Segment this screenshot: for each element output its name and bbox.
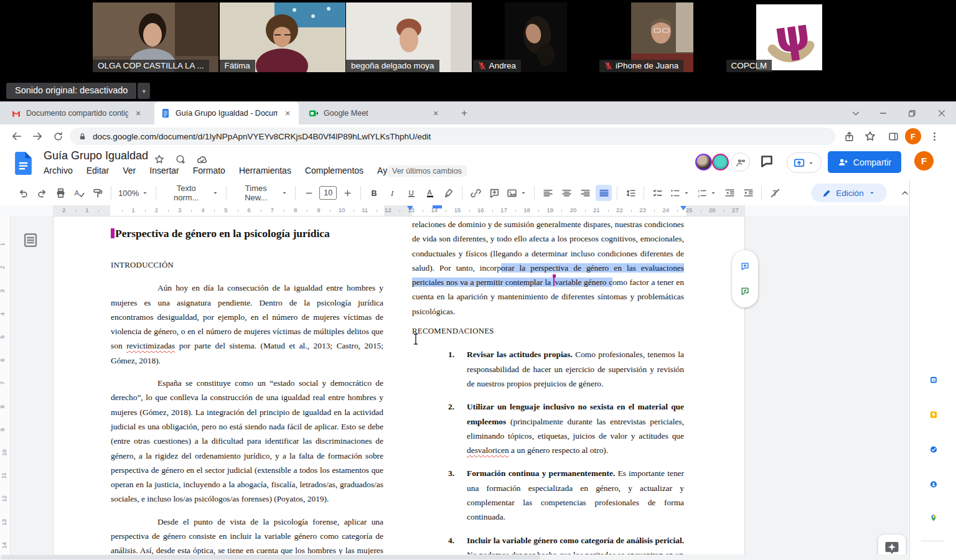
- pencil-icon: [822, 189, 832, 198]
- window-restore-icon[interactable]: [904, 105, 920, 121]
- present-button[interactable]: [787, 152, 822, 173]
- bookmark-star-icon[interactable]: [863, 129, 878, 144]
- italic-button[interactable]: I: [385, 185, 401, 201]
- docs-toolbar: A 100% Texto norm... Times New... 10 B I…: [0, 180, 956, 205]
- numbered-list-button[interactable]: 12: [695, 185, 719, 201]
- align-left-button[interactable]: [540, 185, 556, 201]
- original-sound-dropdown[interactable]: ▾: [138, 83, 150, 99]
- font-select[interactable]: Times New...: [232, 185, 290, 201]
- menu-ver[interactable]: Ver: [123, 166, 136, 175]
- menu-editar[interactable]: Editar: [87, 166, 110, 175]
- side-panel-icon[interactable]: [886, 129, 901, 144]
- undo-button[interactable]: [15, 185, 31, 201]
- access-status-icon[interactable]: [174, 153, 187, 166]
- document-page[interactable]: Perspectiva de género en la psicología j…: [53, 216, 745, 560]
- clear-formatting-button[interactable]: T: [767, 185, 783, 201]
- add-comment-button[interactable]: [486, 185, 502, 201]
- close-tab-icon[interactable]: ×: [431, 108, 441, 118]
- browser-tab[interactable]: Google Meet×: [302, 101, 447, 124]
- zoom-select[interactable]: 100%: [116, 185, 151, 201]
- checklist-button[interactable]: [649, 185, 665, 201]
- underline-button[interactable]: U: [403, 185, 419, 201]
- bold-button[interactable]: B: [366, 185, 382, 201]
- print-button[interactable]: [52, 185, 68, 201]
- line-spacing-button[interactable]: [622, 185, 639, 201]
- browser-menu-kebab-icon[interactable]: [927, 129, 942, 144]
- last-changes-link[interactable]: Ver últimos cambios: [387, 166, 467, 177]
- browser-tab[interactable]: Documento compartido contigo×: [5, 101, 149, 124]
- collaborator-avatar[interactable]: [695, 154, 712, 170]
- left-indent-marker[interactable]: [407, 206, 413, 210]
- menu-insertar[interactable]: Insertar: [149, 166, 179, 175]
- comment-history-icon[interactable]: [760, 154, 774, 168]
- tasks-icon[interactable]: [926, 442, 941, 457]
- participant-tile[interactable]: OLGA COP CASTILLA LA ...: [93, 2, 218, 72]
- participant-tile[interactable]: iPhone de Juana: [599, 2, 725, 72]
- original-sound-status[interactable]: Sonido original: desactivado: [6, 83, 136, 99]
- paragraph-style-select[interactable]: Texto norm...: [161, 185, 221, 201]
- text-color-button[interactable]: A: [422, 185, 438, 201]
- browser-tab[interactable]: Guía Grupo Igualdad - Documen×: [154, 101, 299, 124]
- insert-link-button[interactable]: [467, 185, 484, 201]
- calendar-icon[interactable]: 31: [926, 372, 941, 387]
- window-close-icon[interactable]: [934, 105, 950, 121]
- decrease-font-size-button[interactable]: [301, 185, 317, 201]
- highlight-color-button[interactable]: [441, 185, 457, 201]
- new-tab-button[interactable]: +: [457, 106, 472, 121]
- star-document-icon[interactable]: [153, 153, 166, 166]
- forward-icon[interactable]: [29, 128, 45, 144]
- scrollbar-thumb[interactable]: [1, 555, 540, 559]
- increase-indent-button[interactable]: [740, 185, 756, 201]
- chevron-down-icon: [683, 189, 690, 197]
- window-minimize-icon[interactable]: [875, 105, 891, 121]
- suggest-edits-button[interactable]: [737, 283, 753, 299]
- menu-formato[interactable]: Formato: [193, 166, 225, 175]
- browser-profile-avatar[interactable]: F: [905, 128, 921, 144]
- account-avatar[interactable]: F: [914, 151, 934, 170]
- redo-button[interactable]: [34, 185, 50, 201]
- svg-text:A: A: [428, 189, 433, 196]
- align-center-button[interactable]: [558, 185, 574, 201]
- font-size-field[interactable]: 10: [319, 186, 337, 200]
- google-docs-icon[interactable]: [15, 152, 32, 175]
- contacts-icon[interactable]: [926, 477, 941, 492]
- paint-format-button[interactable]: [90, 185, 106, 201]
- menu-complementos[interactable]: Complementos: [305, 166, 363, 175]
- ruler-number: 12: [385, 207, 391, 213]
- anonymous-viewers-button[interactable]: [731, 152, 750, 172]
- participant-tile[interactable]: begoña delgado moya: [346, 2, 472, 72]
- spellcheck-button[interactable]: A: [71, 185, 87, 201]
- horizontal-ruler[interactable]: 2112345678910111213141516171819202122232…: [0, 205, 956, 217]
- decrease-indent-button[interactable]: [721, 185, 738, 201]
- bullet-list-button[interactable]: [668, 185, 692, 201]
- url-field[interactable]: docs.google.com/document/d/1IyNPpApnVYEY…: [70, 128, 835, 145]
- participant-tile[interactable]: Andrea: [473, 2, 599, 72]
- participant-tile[interactable]: ψCOPCLM: [726, 2, 852, 72]
- justify-button[interactable]: [596, 185, 612, 201]
- insert-image-button[interactable]: [505, 185, 529, 201]
- collaborator-avatar[interactable]: [712, 154, 729, 170]
- close-tab-icon[interactable]: ×: [283, 108, 293, 118]
- vertical-ruler[interactable]: 1234567891011121314: [0, 216, 11, 560]
- keep-icon[interactable]: [926, 407, 941, 422]
- maps-icon[interactable]: [926, 510, 941, 525]
- right-indent-marker[interactable]: [680, 206, 687, 210]
- back-icon[interactable]: [9, 128, 25, 144]
- menu-archivo[interactable]: Archivo: [44, 166, 73, 175]
- text-cursor: [413, 334, 419, 345]
- document-title[interactable]: Guía Grupo Igualdad: [44, 149, 148, 162]
- align-right-button[interactable]: [577, 185, 593, 201]
- editing-mode-button[interactable]: Edición: [811, 184, 887, 202]
- show-outline-button[interactable]: [19, 231, 35, 248]
- window-chevron-icon[interactable]: [848, 105, 864, 121]
- horizontal-scrollbar[interactable]: [0, 554, 909, 560]
- share-page-icon[interactable]: [841, 129, 856, 144]
- menu-herramientas[interactable]: Herramientas: [239, 166, 291, 175]
- share-button[interactable]: Compartir: [828, 151, 901, 173]
- reload-icon[interactable]: [50, 128, 66, 144]
- first-line-indent-marker[interactable]: [433, 205, 442, 208]
- close-tab-icon[interactable]: ×: [133, 108, 143, 118]
- increase-font-size-button[interactable]: [339, 185, 355, 201]
- participant-tile[interactable]: Fátima: [220, 2, 345, 72]
- add-comment-margin-button[interactable]: [737, 258, 753, 274]
